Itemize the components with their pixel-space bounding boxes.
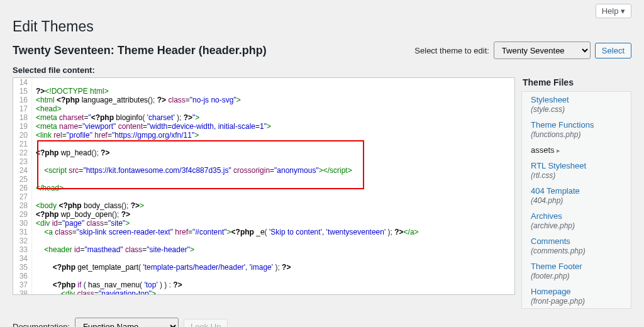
- code-line[interactable]: 35 <?php get_template_part( 'template-pa…: [13, 263, 514, 272]
- select-button[interactable]: Select: [595, 43, 631, 58]
- line-number: 33: [13, 245, 32, 254]
- line-number: 17: [13, 104, 32, 113]
- code-line[interactable]: 20<link rel="profile" href="https://gmpg…: [13, 131, 514, 140]
- line-number: 37: [13, 280, 32, 289]
- line-number: 15: [13, 87, 32, 96]
- line-number: 28: [13, 201, 32, 210]
- code-line[interactable]: 24 <script src="https://kit.fontawesome.…: [13, 166, 514, 175]
- line-number: 24: [13, 166, 32, 175]
- help-button[interactable]: Help ▾: [596, 4, 631, 18]
- code-line[interactable]: 31 <a class="skip-link screen-reader-tex…: [13, 228, 514, 236]
- line-number: 29: [13, 210, 32, 219]
- line-number: 21: [13, 140, 32, 148]
- code-line[interactable]: 19<meta name="viewport" content="width=d…: [13, 122, 514, 131]
- file-item[interactable]: 404 Template(404.php): [522, 183, 631, 208]
- code-line[interactable]: 29<?php wp_body_open(); ?>: [13, 210, 514, 219]
- code-line[interactable]: 22<?php wp_head(); ?>: [13, 148, 514, 157]
- code-line[interactable]: 30<div id="page" class="site">: [13, 219, 514, 228]
- line-number: 30: [13, 219, 32, 228]
- line-number: 16: [13, 96, 32, 104]
- code-line[interactable]: 38 <div class="navigation-top">: [13, 289, 514, 295]
- line-number: 32: [13, 236, 32, 245]
- line-number: 36: [13, 272, 32, 280]
- line-number: 23: [13, 157, 32, 166]
- file-item[interactable]: Homepage(front-page.php): [522, 284, 631, 309]
- line-number: 31: [13, 228, 32, 236]
- code-line[interactable]: 16<html <?php language_attributes(); ?> …: [13, 96, 514, 104]
- theme-files-title: Theme Files: [523, 77, 631, 87]
- documentation-label: Documentation:: [13, 322, 70, 328]
- line-number: 22: [13, 148, 32, 157]
- code-line[interactable]: 27: [13, 192, 514, 201]
- file-tree[interactable]: Stylesheet(style.css)Theme Functions(fun…: [521, 91, 631, 309]
- folder-item[interactable]: assets: [522, 142, 631, 158]
- line-number: 27: [13, 192, 32, 201]
- line-number: 19: [13, 122, 32, 131]
- file-item[interactable]: Comments(comments.php): [522, 233, 631, 258]
- file-item[interactable]: RTL Stylesheet(rtl.css): [522, 158, 631, 183]
- line-number: 38: [13, 289, 32, 295]
- code-line[interactable]: 18<meta charset="<?php bloginfo( 'charse…: [13, 113, 514, 122]
- code-line[interactable]: 32: [13, 236, 514, 245]
- select-theme-label: Select theme to edit:: [414, 46, 489, 55]
- line-number: 20: [13, 131, 32, 140]
- code-line[interactable]: 17<head>: [13, 104, 514, 113]
- code-editor[interactable]: 1415?><!DOCTYPE html>16<html <?php langu…: [13, 77, 515, 295]
- theme-select[interactable]: Twenty Seventee: [494, 42, 591, 59]
- code-line[interactable]: 28<body <?php body_class(); ?>>: [13, 201, 514, 210]
- page-title: Edit Themes: [13, 18, 631, 35]
- code-line[interactable]: 37 <?php if ( has_nav_menu( 'top' ) ) : …: [13, 280, 514, 289]
- documentation-select[interactable]: Function Name...: [75, 318, 179, 327]
- file-item[interactable]: Archives(archive.php): [522, 208, 631, 233]
- code-line[interactable]: 26</head>: [13, 184, 514, 192]
- code-line[interactable]: 15?><!DOCTYPE html>: [13, 87, 514, 96]
- selected-file-label: Selected file content:: [13, 65, 631, 75]
- line-number: 26: [13, 184, 32, 192]
- code-line[interactable]: 33 <header id="masthead" class="site-hea…: [13, 245, 514, 254]
- code-line[interactable]: 14: [13, 78, 514, 87]
- code-line[interactable]: 25: [13, 175, 514, 184]
- code-line[interactable]: 34: [13, 254, 514, 263]
- line-number: 18: [13, 113, 32, 122]
- file-item[interactable]: Theme Footer(footer.php): [522, 258, 631, 284]
- file-item[interactable]: Theme Functions(functions.php): [522, 117, 631, 142]
- code-line[interactable]: 23: [13, 157, 514, 166]
- line-number: 34: [13, 254, 32, 263]
- line-number: 35: [13, 263, 32, 272]
- file-title: Twenty Seventeen: Theme Header (header.p…: [13, 44, 267, 57]
- line-number: 14: [13, 78, 32, 87]
- lookup-button[interactable]: Look Up: [184, 319, 228, 328]
- code-line[interactable]: 21: [13, 140, 514, 148]
- file-item[interactable]: Stylesheet(style.css): [522, 92, 631, 117]
- code-line[interactable]: 36: [13, 272, 514, 280]
- line-number: 25: [13, 175, 32, 184]
